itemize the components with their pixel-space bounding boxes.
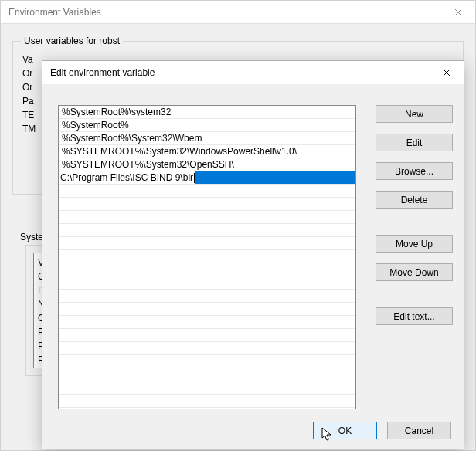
list-item-empty[interactable]: . (59, 381, 355, 395)
path-entry-input[interactable] (59, 171, 195, 185)
list-item: TE (22, 108, 36, 122)
edit-body: %SystemRoot%\system32 %SystemRoot% %Syst… (42, 84, 464, 449)
browse-button[interactable]: Browse... (376, 162, 453, 180)
list-item-empty[interactable]: . (59, 263, 355, 276)
user-variables-label: User variables for robst (21, 36, 123, 46)
delete-button[interactable]: Delete (376, 191, 453, 209)
list-item: Or (22, 80, 36, 94)
new-button[interactable]: New (376, 105, 453, 123)
list-item: Pa (22, 94, 36, 108)
user-variables-peek: Va Or Or Pa TE TM (22, 53, 36, 136)
list-item-empty[interactable]: . (59, 237, 355, 250)
list-item[interactable]: %SystemRoot%\System32\Wbem (59, 132, 355, 145)
edit-dialog-title: Edit environment variable (50, 67, 155, 78)
cancel-button[interactable]: Cancel (387, 422, 451, 439)
parent-titlebar: Environment Variables (1, 1, 475, 24)
list-item-empty[interactable]: . (59, 329, 355, 342)
move-up-button[interactable]: Move Up (376, 235, 453, 253)
list-item-selected[interactable] (59, 171, 355, 185)
close-icon[interactable] (429, 61, 464, 84)
list-item: TM (22, 122, 36, 136)
list-item-empty[interactable]: . (59, 211, 355, 224)
list-item-empty[interactable]: . (59, 224, 355, 237)
edit-titlebar: Edit environment variable (42, 61, 464, 84)
list-item[interactable]: %SystemRoot% (59, 119, 355, 132)
list-item-empty[interactable]: . (59, 355, 355, 368)
list-item[interactable]: %SystemRoot%\system32 (59, 106, 355, 119)
text-caret (194, 173, 195, 183)
close-icon[interactable] (440, 1, 475, 24)
path-entries-listbox[interactable]: %SystemRoot%\system32 %SystemRoot% %Syst… (58, 105, 356, 409)
list-item-empty[interactable]: . (59, 290, 355, 303)
list-item-empty[interactable]: . (59, 368, 355, 381)
list-item[interactable]: %SYSTEMROOT%\System32\OpenSSH\ (59, 158, 355, 171)
list-item-empty[interactable]: . (59, 395, 355, 408)
list-item-empty[interactable]: . (59, 342, 355, 355)
move-down-button[interactable]: Move Down (376, 263, 453, 281)
list-item: Or (22, 66, 36, 80)
list-item-empty[interactable]: . (59, 185, 355, 198)
ok-button[interactable]: OK (313, 422, 377, 439)
system-variables-label: Syste (20, 232, 43, 242)
edit-button[interactable]: Edit (376, 134, 453, 151)
list-item-empty[interactable]: . (59, 250, 355, 263)
list-item-empty[interactable]: . (59, 198, 355, 211)
edit-environment-variable-dialog: Edit environment variable %SystemRoot%\s… (42, 60, 464, 449)
list-item-empty[interactable]: . (59, 303, 355, 316)
list-item[interactable]: %SYSTEMROOT%\System32\WindowsPowerShell\… (59, 145, 355, 158)
list-item-empty[interactable]: . (59, 276, 355, 290)
edit-text-button[interactable]: Edit text... (376, 307, 453, 325)
list-item: Va (22, 53, 36, 66)
list-item-empty[interactable]: . (59, 316, 355, 329)
parent-title: Environment Variables (8, 7, 101, 18)
